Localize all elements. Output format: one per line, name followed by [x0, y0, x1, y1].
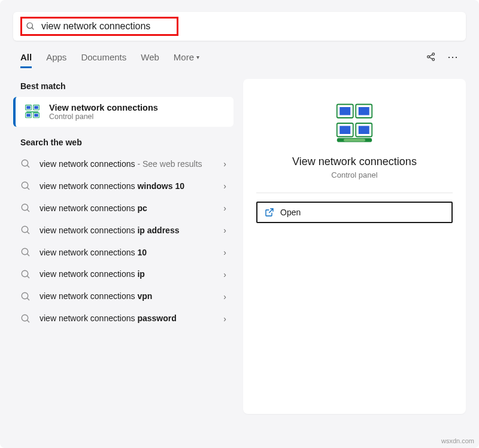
chevron-right-icon: ›	[223, 181, 226, 191]
svg-point-30	[22, 315, 28, 321]
svg-line-17	[27, 166, 29, 168]
divider	[256, 193, 453, 193]
web-result-text: view network connections ip	[40, 269, 215, 280]
open-button[interactable]: Open	[256, 202, 453, 223]
search-bar[interactable]	[13, 12, 466, 41]
svg-point-0	[27, 23, 32, 28]
network-connections-icon	[24, 103, 41, 120]
search-panel: All Apps Documents Web More ▾ ⋯ Best mat…	[0, 0, 479, 448]
tab-more-label: More	[174, 52, 194, 62]
chevron-right-icon: ›	[223, 225, 226, 235]
web-result-text: view network connections password	[40, 313, 215, 324]
tabs: All Apps Documents Web More ▾	[20, 52, 199, 68]
detail-title: View network connections	[292, 156, 417, 168]
best-match-text: View network connections Control panel	[49, 103, 158, 121]
svg-line-5	[429, 54, 432, 56]
svg-line-29	[27, 298, 29, 300]
svg-rect-38	[339, 126, 350, 135]
web-result-text: view network connections windows 10	[40, 181, 215, 192]
search-icon	[20, 247, 31, 258]
open-external-icon	[265, 208, 274, 217]
share-icon[interactable]	[426, 51, 436, 62]
watermark: wsxdn.com	[441, 437, 474, 444]
chevron-right-icon: ›	[223, 314, 226, 324]
chevron-right-icon: ›	[223, 292, 226, 301]
web-result-item[interactable]: view network connections password›	[13, 307, 234, 330]
svg-rect-35	[359, 107, 369, 115]
web-result-text: view network connections vpn	[40, 291, 215, 302]
tabs-row: All Apps Documents Web More ▾ ⋯	[0, 43, 479, 68]
web-result-text: view network connections pc	[40, 203, 215, 214]
best-match-subtitle: Control panel	[49, 112, 158, 121]
best-match-header: Best match	[13, 79, 234, 97]
web-result-text: view network connections - See web resul…	[40, 159, 215, 170]
header-actions: ⋯	[426, 51, 459, 68]
search-icon	[26, 22, 35, 31]
svg-line-27	[27, 276, 29, 278]
best-match-item[interactable]: View network connections Control panel	[13, 97, 234, 127]
web-result-text: view network connections ip address	[40, 225, 215, 236]
svg-line-1	[32, 28, 34, 29]
search-icon	[20, 203, 31, 214]
svg-rect-10	[34, 106, 38, 109]
search-icon	[20, 159, 31, 169]
search-icon	[20, 181, 31, 191]
svg-line-6	[429, 57, 432, 59]
search-icon	[20, 291, 31, 302]
search-highlight-box	[20, 17, 178, 36]
web-result-item[interactable]: view network connections 10›	[13, 242, 234, 264]
svg-point-20	[22, 204, 28, 211]
web-result-item[interactable]: view network connections windows 10›	[13, 175, 234, 197]
svg-rect-34	[339, 107, 350, 115]
svg-point-18	[22, 182, 28, 189]
more-options-icon[interactable]: ⋯	[447, 51, 459, 62]
svg-point-28	[22, 292, 28, 299]
svg-point-22	[22, 226, 28, 233]
network-connections-icon-large	[333, 102, 376, 145]
search-web-header: Search the web	[13, 135, 234, 153]
svg-line-21	[27, 209, 29, 212]
svg-rect-39	[359, 126, 369, 135]
svg-rect-41	[344, 139, 365, 142]
search-input[interactable]	[41, 21, 173, 32]
svg-rect-13	[26, 114, 31, 117]
best-match-title: View network connections	[49, 103, 158, 112]
svg-line-31	[27, 320, 29, 322]
chevron-right-icon: ›	[223, 270, 226, 279]
search-icon	[20, 313, 31, 324]
detail-column: View network connections Control panel O…	[243, 79, 466, 448]
search-icon	[20, 225, 31, 236]
web-result-item[interactable]: view network connections ip address›	[13, 220, 234, 242]
search-bar-wrap	[0, 0, 479, 43]
chevron-right-icon: ›	[223, 248, 226, 257]
web-result-item[interactable]: view network connections vpn›	[13, 285, 234, 307]
chevron-right-icon: ›	[223, 159, 226, 169]
svg-rect-9	[26, 106, 31, 109]
chevron-right-icon: ›	[223, 203, 226, 213]
svg-rect-14	[34, 114, 38, 117]
svg-line-19	[27, 188, 29, 190]
web-result-item[interactable]: view network connections pc›	[13, 197, 234, 220]
svg-point-26	[22, 270, 28, 277]
web-results-list: view network connections - See web resul…	[13, 153, 234, 330]
detail-subtitle: Control panel	[331, 170, 377, 179]
results-column: Best match View	[13, 79, 234, 448]
svg-point-24	[22, 248, 28, 255]
tab-documents[interactable]: Documents	[81, 52, 126, 68]
svg-line-25	[27, 254, 29, 256]
web-result-item[interactable]: view network connections - See web resul…	[13, 153, 234, 175]
web-result-text: view network connections 10	[40, 247, 215, 258]
tab-more[interactable]: More ▾	[174, 52, 199, 68]
content-area: Best match View	[0, 68, 479, 448]
tab-apps[interactable]: Apps	[46, 52, 66, 68]
open-button-label: Open	[280, 208, 301, 217]
svg-line-23	[27, 231, 29, 234]
tab-web[interactable]: Web	[141, 52, 159, 68]
search-icon	[20, 269, 31, 280]
chevron-down-icon: ▾	[196, 54, 199, 60]
web-result-item[interactable]: view network connections ip›	[13, 263, 234, 285]
detail-card: View network connections Control panel O…	[243, 79, 466, 414]
tab-all[interactable]: All	[20, 52, 32, 68]
svg-point-16	[22, 160, 28, 167]
